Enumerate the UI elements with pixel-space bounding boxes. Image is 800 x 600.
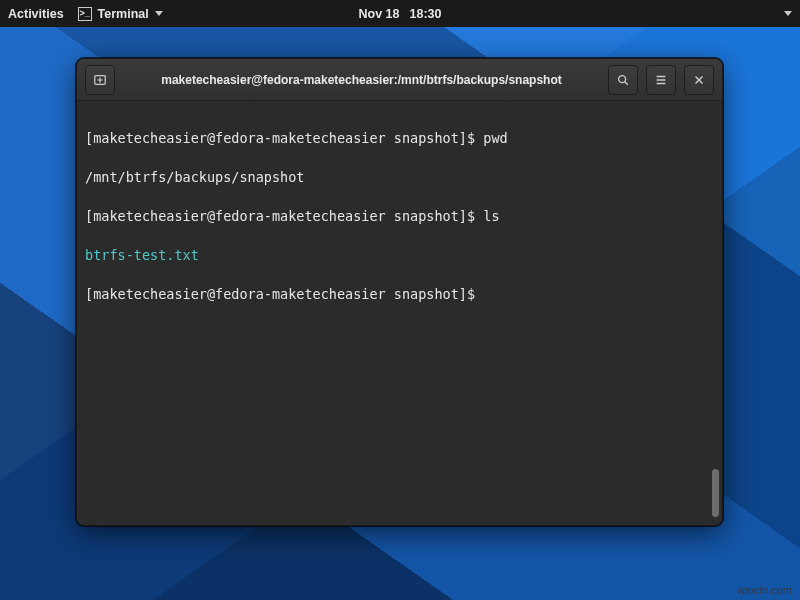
gnome-top-bar: Activities >_ Terminal Nov 18 18:30 — [0, 0, 800, 27]
app-menu-label: Terminal — [98, 7, 149, 21]
chevron-down-icon — [155, 11, 163, 16]
prompt: [maketecheasier@fedora-maketecheasier sn… — [85, 286, 483, 302]
terminal-body[interactable]: [maketecheasier@fedora-maketecheasier sn… — [77, 101, 722, 525]
command: ls — [483, 208, 499, 224]
search-button[interactable] — [608, 65, 638, 95]
terminal-line: /mnt/btrfs/backups/snapshot — [85, 168, 712, 188]
close-icon — [692, 73, 706, 87]
terminal-window: maketecheasier@fedora-maketecheasier:/mn… — [76, 58, 723, 526]
system-status-area[interactable] — [742, 11, 792, 16]
clock[interactable]: Nov 18 18:30 — [359, 7, 442, 21]
terminal-line: [maketecheasier@fedora-maketecheasier sn… — [85, 285, 712, 305]
prompt: [maketecheasier@fedora-maketecheasier sn… — [85, 208, 483, 224]
terminal-line: btrfs-test.txt — [85, 246, 712, 266]
new-tab-icon — [93, 73, 107, 87]
new-tab-button[interactable] — [85, 65, 115, 95]
svg-line-15 — [625, 81, 628, 84]
terminal-line: [maketecheasier@fedora-maketecheasier sn… — [85, 129, 712, 149]
hamburger-icon — [654, 73, 668, 87]
search-icon — [616, 73, 630, 87]
app-menu[interactable]: >_ Terminal — [78, 7, 163, 21]
close-button[interactable] — [684, 65, 714, 95]
activities-button[interactable]: Activities — [8, 7, 64, 21]
scrollbar-thumb[interactable] — [712, 469, 719, 517]
terminal-line: [maketecheasier@fedora-maketecheasier sn… — [85, 207, 712, 227]
scrollbar[interactable] — [712, 109, 719, 517]
time-label: 18:30 — [410, 7, 442, 21]
menu-button[interactable] — [646, 65, 676, 95]
prompt: [maketecheasier@fedora-maketecheasier sn… — [85, 130, 483, 146]
chevron-down-icon — [784, 11, 792, 16]
command: pwd — [483, 130, 507, 146]
window-title: maketecheasier@fedora-maketecheasier:/mn… — [117, 73, 606, 87]
titlebar-actions — [606, 65, 716, 95]
top-bar-left: Activities >_ Terminal — [8, 7, 163, 21]
date-label: Nov 18 — [359, 7, 400, 21]
watermark: wsxdn.com — [737, 584, 792, 596]
terminal-icon: >_ — [78, 7, 92, 21]
svg-point-14 — [619, 75, 626, 82]
window-titlebar[interactable]: maketecheasier@fedora-maketecheasier:/mn… — [77, 59, 722, 101]
